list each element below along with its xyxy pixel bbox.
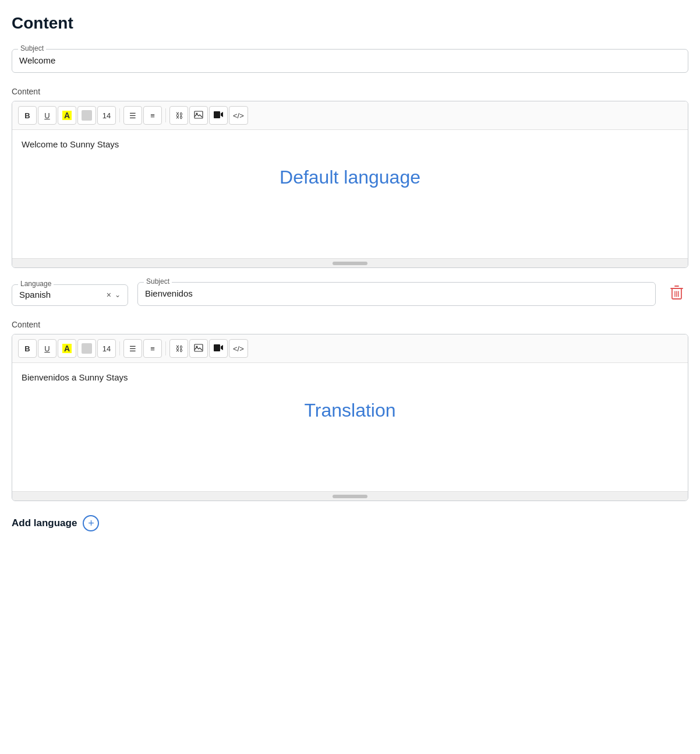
color-picker-button[interactable] (77, 106, 96, 125)
font-size-button[interactable]: 14 (97, 106, 116, 125)
svg-rect-7 (195, 344, 203, 351)
content-section-label: Content (12, 87, 688, 96)
add-language-label: Add language (12, 517, 77, 529)
tr-image-button[interactable] (189, 339, 208, 358)
default-editor-text: Welcome to Sunny Stays (22, 139, 678, 149)
list-button[interactable] (123, 106, 142, 125)
svg-rect-0 (195, 111, 203, 118)
underline-button[interactable]: U (38, 106, 56, 125)
translation-editor-placeholder: Translation (22, 400, 678, 421)
translation-subject-input[interactable] (145, 287, 648, 300)
tr-link-button[interactable]: ⛓ (169, 339, 188, 358)
scrollbar-handle (333, 262, 367, 265)
subject-label: Subject (18, 44, 46, 52)
image-icon (194, 111, 203, 121)
svg-rect-2 (214, 111, 220, 118)
tr-highlight-a-label: A (62, 344, 72, 353)
toolbar-divider-1 (119, 108, 120, 122)
video-icon (213, 111, 224, 121)
list-icon (129, 111, 136, 120)
link-icon: ⛓ (175, 111, 183, 120)
tr-scrollbar-handle (333, 495, 367, 498)
highlight-button[interactable]: A (58, 106, 76, 125)
language-controls: × ⌄ (107, 290, 121, 300)
trash-icon (670, 285, 683, 304)
translation-toolbar: B U A 14 ⛓ (12, 334, 688, 363)
toolbar-divider-2 (165, 108, 166, 122)
tr-highlight-button[interactable]: A (58, 339, 76, 358)
align-button[interactable] (143, 106, 162, 125)
add-language-row: Add language + (12, 515, 688, 531)
align-icon (150, 111, 155, 120)
link-button[interactable]: ⛓ (169, 106, 188, 125)
code-button[interactable]: </> (229, 106, 248, 125)
translation-editor-text: Bienvenidos a Sunny Stays (22, 372, 678, 382)
bold-button[interactable]: B (18, 106, 37, 125)
tr-align-icon (150, 344, 155, 353)
tr-image-icon (194, 344, 203, 354)
default-editor: B U A 14 ⛓ (12, 101, 688, 268)
language-label: Language (18, 280, 54, 288)
language-select-wrapper: Language Spanish × ⌄ (12, 284, 128, 306)
svg-rect-9 (214, 344, 220, 351)
default-editor-body[interactable]: Welcome to Sunny Stays Default language (12, 130, 688, 258)
color-swatch (82, 110, 92, 121)
tr-list-button[interactable] (123, 339, 142, 358)
tr-font-size-button[interactable]: 14 (97, 339, 116, 358)
language-select-inner: Spanish × ⌄ (19, 290, 121, 300)
tr-color-swatch (82, 343, 92, 354)
default-editor-placeholder: Default language (22, 167, 678, 188)
video-button[interactable] (209, 106, 228, 125)
tr-bold-button[interactable]: B (18, 339, 37, 358)
subject-input[interactable] (19, 54, 681, 66)
tr-video-button[interactable] (209, 339, 228, 358)
translation-editor: B U A 14 ⛓ (12, 334, 688, 501)
default-content-field-group: Content B U A 14 ⛓ (12, 87, 688, 268)
language-clear-button[interactable]: × (107, 290, 111, 300)
tr-align-button[interactable] (143, 339, 162, 358)
translation-editor-body[interactable]: Bienvenidos a Sunny Stays Translation (12, 363, 688, 491)
delete-translation-button[interactable] (665, 283, 688, 306)
translation-subject-wrapper: Subject (137, 282, 656, 306)
tr-color-picker-button[interactable] (77, 339, 96, 358)
tr-video-icon (213, 344, 224, 354)
add-language-button[interactable]: + (83, 515, 99, 531)
highlight-a-label: A (62, 111, 72, 120)
chevron-down-icon: ⌄ (115, 291, 121, 299)
default-editor-scrollbar[interactable] (12, 258, 688, 267)
page-title: Content (12, 14, 688, 33)
tr-underline-button[interactable]: U (38, 339, 56, 358)
tr-list-icon (129, 344, 136, 353)
translation-editor-scrollbar[interactable] (12, 491, 688, 501)
image-button[interactable] (189, 106, 208, 125)
tr-link-icon: ⛓ (175, 344, 183, 353)
subject-input-wrapper: Subject (12, 49, 688, 73)
tr-code-button[interactable]: </> (229, 339, 248, 358)
subject-field-group: Subject (12, 49, 688, 73)
translation-content-label: Content (12, 320, 688, 329)
translation-subject-label: Subject (144, 277, 172, 286)
translation-row-0: Language Spanish × ⌄ Subject (12, 282, 688, 306)
default-toolbar: B U A 14 ⛓ (12, 101, 688, 130)
tr-toolbar-divider-2 (165, 341, 166, 355)
language-value: Spanish (19, 290, 51, 300)
tr-toolbar-divider-1 (119, 341, 120, 355)
translation-section: Language Spanish × ⌄ Subject (12, 282, 688, 501)
